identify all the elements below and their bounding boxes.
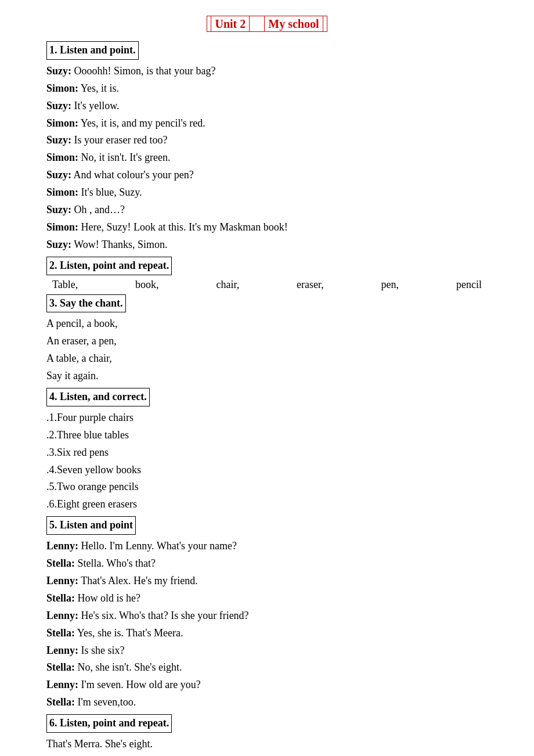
correct-line-1: .1.Four purple chairs bbox=[46, 410, 488, 426]
line-stella-2: Stella: How old is he? bbox=[46, 591, 488, 607]
correct-line-6: .6.Eight green erasers bbox=[46, 496, 488, 513]
line-lenny-5: Lenny: I'm seven. How old are you? bbox=[46, 677, 488, 693]
section-2-header: 2. Listen, point and repeat. bbox=[46, 257, 172, 275]
vocab-pen: pen, bbox=[381, 279, 399, 291]
line-lenny-4: Lenny: Is she six? bbox=[46, 643, 488, 659]
line-simon-4: Simon: It's blue, Suzy. bbox=[46, 185, 488, 201]
main-content: 1. Listen and point. Suzy: Oooohh! Simon… bbox=[46, 41, 488, 756]
chant-line-4: Say it again. bbox=[46, 368, 488, 384]
section-3-header: 3. Say the chant. bbox=[46, 294, 126, 313]
line-suzy-3: Suzy: Is your eraser red too? bbox=[46, 132, 488, 149]
section-4: 4. Listen, and correct. .1.Four purple c… bbox=[46, 388, 488, 513]
correct-line-3: .3.Six red pens bbox=[46, 445, 488, 461]
correct-line-5: .5.Two orange pencils bbox=[46, 479, 488, 495]
section-1: 1. Listen and point. Suzy: Oooohh! Simon… bbox=[46, 41, 488, 253]
section-3: 3. Say the chant. A pencil, a book, An e… bbox=[46, 294, 488, 384]
line-stella-5: Stella: I'm seven,too. bbox=[46, 694, 488, 711]
section-6-header: 6. Listen, point and repeat. bbox=[46, 714, 172, 733]
line-suzy-6: Suzy: Wow! Thanks, Simon. bbox=[46, 237, 488, 253]
vocab-table: Table, bbox=[52, 279, 78, 291]
line-simon-2: Simon: Yes, it is, and my pencil's red. bbox=[46, 116, 488, 132]
line-lenny-3: Lenny: He's six. Who's that? Is she your… bbox=[46, 608, 488, 624]
repeat-line-1: That's Merra. She's eight. bbox=[46, 736, 488, 753]
line-suzy-4: Suzy: And what colour's your pen? bbox=[46, 167, 488, 183]
line-suzy-1: Suzy: Oooohh! Simon, is that your bag? bbox=[46, 63, 488, 80]
line-suzy-2: Suzy: It's yellow. bbox=[46, 98, 488, 114]
section-5: 5. Listen and point Lenny: Hello. I'm Le… bbox=[46, 516, 488, 711]
section-2: 2. Listen, point and repeat. Table, book… bbox=[46, 257, 488, 291]
line-stella-4: Stella: No, she isn't. She's eight. bbox=[46, 660, 488, 676]
section-5-header: 5. Listen and point bbox=[46, 516, 136, 535]
line-lenny-1: Lenny: Hello. I'm Lenny. What's your nam… bbox=[46, 538, 488, 555]
chant-line-1: A pencil, a book, bbox=[46, 316, 488, 332]
vocab-chair: chair, bbox=[216, 279, 239, 291]
line-lenny-2: Lenny: That's Alex. He's my friend. bbox=[46, 573, 488, 589]
unit-title-text: Unit 2 My school bbox=[207, 16, 327, 32]
unit-name: My school bbox=[264, 16, 323, 32]
line-simon-5: Simon: Here, Suzy! Look at this. It's my… bbox=[46, 219, 488, 236]
vocab-list: Table, book, chair, eraser, pen, pencil bbox=[46, 279, 488, 291]
line-simon-3: Simon: No, it isn't. It's green. bbox=[46, 150, 488, 166]
line-simon-1: Simon: Yes, it is. bbox=[46, 81, 488, 97]
line-stella-3: Stella: Yes, she is. That's Meera. bbox=[46, 625, 488, 642]
repeat-line-2: That's Stella. She's seven. bbox=[46, 754, 488, 756]
line-suzy-5: Suzy: Oh , and…? bbox=[46, 202, 488, 218]
correct-line-2: .2.Three blue tables bbox=[46, 427, 488, 444]
unit-number: Unit 2 bbox=[211, 16, 250, 32]
section-1-header: 1. Listen and point. bbox=[46, 41, 139, 60]
page-title: Unit 2 My school bbox=[46, 17, 488, 31]
line-stella-1: Stella: Stella. Who's that? bbox=[46, 556, 488, 572]
vocab-book: book, bbox=[135, 279, 159, 291]
correct-line-4: .4.Seven yellow books bbox=[46, 462, 488, 478]
vocab-pencil: pencil bbox=[456, 279, 482, 291]
section-6: 6. Listen, point and repeat. That's Merr… bbox=[46, 714, 488, 756]
chant-line-2: An eraser, a pen, bbox=[46, 333, 488, 350]
chant-line-3: A table, a chair, bbox=[46, 351, 488, 367]
vocab-eraser: eraser, bbox=[297, 279, 324, 291]
section-4-header: 4. Listen, and correct. bbox=[46, 388, 150, 406]
